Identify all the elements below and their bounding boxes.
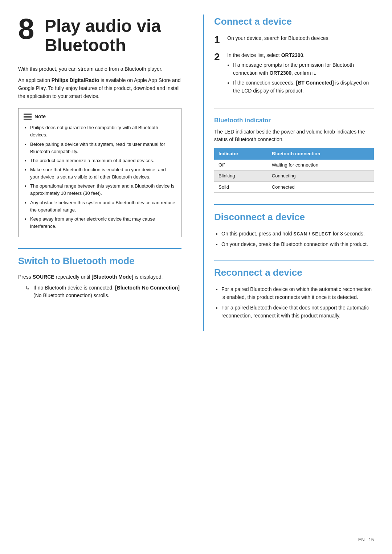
connect-section: Connect a device 1 On your device, searc… [214, 15, 374, 97]
note-label: Note [34, 113, 46, 120]
table-header-connection: Bluetooth connection [268, 148, 374, 160]
list-item: On your device, break the Bluetooth conn… [221, 241, 374, 249]
list-item: For a paired Bluetooth device that does … [221, 304, 374, 320]
page-footer: EN 15 [358, 536, 374, 543]
table-header-row: Indicator Bluetooth connection [214, 148, 374, 160]
intro-text-1: With this product, you can stream audio … [18, 65, 181, 73]
chapter-number: 8 [18, 15, 38, 44]
step-2-bullets: If a message prompts for the permission … [227, 61, 374, 95]
section-divider [214, 204, 374, 205]
page-layout: 8 Play audio via Bluetooth With this pro… [18, 15, 374, 331]
list-item: The product can memorize a maximum of 4 … [30, 157, 175, 164]
step-1-text: On your device, search for Bluetooth dev… [227, 35, 330, 41]
step-2-content: In the device list, select ORT2300. If a… [227, 52, 374, 97]
list-item: The operational range between this syste… [30, 182, 175, 197]
step-number-1: 1 [214, 34, 222, 46]
list-item: Any obstacle between this system and a B… [30, 199, 175, 214]
table-row: Off Waiting for connection [214, 160, 374, 171]
step-1-content: On your device, search for Bluetooth dev… [227, 34, 374, 46]
bt-indicator-table: Indicator Bluetooth connection Off Waiti… [214, 148, 374, 193]
chapter-heading: 8 Play audio via Bluetooth [18, 15, 181, 55]
indicator-off: Off [214, 160, 268, 171]
device-name: ORT2300 [281, 52, 303, 58]
list-item: On this product, press and hold SCAN / S… [221, 230, 374, 238]
table-row: Blinking Connecting [214, 171, 374, 182]
list-item: Make sure that Bluetooth function is ena… [30, 166, 175, 181]
bt-indicator-section: Bluetooth indicator The LED indicator be… [214, 108, 374, 193]
section-divider [214, 260, 374, 260]
list-item: If the connection succeeds, [BT Connecte… [233, 79, 374, 95]
connection-connected: Connected [268, 181, 374, 193]
list-item: For a paired Bluetooth device on which t… [221, 286, 374, 301]
intro-text-2: An application Philips DigitalRadio is a… [18, 77, 181, 100]
bluetooth-mode-key: [Bluetooth Mode] [91, 274, 133, 280]
disconnect-section-title: Disconnect a device [214, 210, 374, 224]
list-item: If a message prompts for the permission … [233, 61, 374, 77]
note-box: Note Philips does not guarantee the comp… [18, 108, 181, 237]
left-column: 8 Play audio via Bluetooth With this pro… [18, 15, 189, 331]
connect-section-title: Connect a device [214, 15, 374, 29]
connection-connecting: Connecting [268, 171, 374, 182]
step-number-2: 2 [214, 52, 222, 97]
chapter-title: Play audio via Bluetooth [45, 17, 181, 55]
list-item: Keep away from any other electronic devi… [30, 216, 175, 230]
switch-body-text: Press SOURCE repeatedly until [Bluetooth… [18, 273, 181, 281]
table-header-indicator: Indicator [214, 148, 268, 160]
page-number: 15 [369, 537, 374, 542]
list-item: Before pairing a device with this system… [30, 141, 175, 155]
bt-indicator-title: Bluetooth indicator [214, 116, 374, 125]
no-connection-key: [Bluetooth No Connection] [115, 285, 180, 291]
step-1: 1 On your device, search for Bluetooth d… [214, 34, 374, 46]
right-column: Connect a device 1 On your device, searc… [203, 15, 374, 331]
indicator-solid: Solid [214, 181, 268, 193]
app-name: Philips DigitalRadio [52, 77, 99, 83]
switch-section-title: Switch to Bluetooth mode [18, 254, 181, 268]
arrow-icon: ↳ [25, 284, 30, 299]
disconnect-bullet-list: On this product, press and hold SCAN / S… [214, 230, 374, 248]
locale: EN [358, 537, 365, 542]
reconnect-section: Reconnect a device For a paired Bluetoot… [214, 260, 374, 320]
reconnect-bullet-list: For a paired Bluetooth device on which t… [214, 286, 374, 320]
table-row: Solid Connected [214, 181, 374, 193]
note-header: Note [24, 113, 175, 120]
switch-section-body: Press SOURCE repeatedly until [Bluetooth… [18, 273, 181, 299]
switch-arrow-text: If no Bluetooth device is connected, [Bl… [33, 284, 181, 299]
source-key: SOURCE [33, 274, 54, 280]
step-2-text: In the device list, select ORT2300. [227, 52, 305, 58]
note-list: Philips does not guarantee the compatibi… [24, 124, 175, 230]
indicator-blinking: Blinking [214, 171, 268, 182]
connection-waiting: Waiting for connection [268, 160, 374, 171]
bt-indicator-description: The LED indicator beside the power and v… [214, 128, 374, 144]
scan-select-key: SCAN / SELECT [293, 231, 331, 237]
switch-arrow-item: ↳ If no Bluetooth device is connected, [… [25, 284, 181, 299]
list-item: Philips does not guarantee the compatibi… [30, 124, 175, 139]
step-2: 2 In the device list, select ORT2300. If… [214, 52, 374, 97]
section-divider [18, 248, 181, 249]
divider [214, 108, 374, 108]
note-icon [24, 114, 32, 120]
disconnect-section: Disconnect a device On this product, pre… [214, 204, 374, 248]
reconnect-section-title: Reconnect a device [214, 266, 374, 280]
